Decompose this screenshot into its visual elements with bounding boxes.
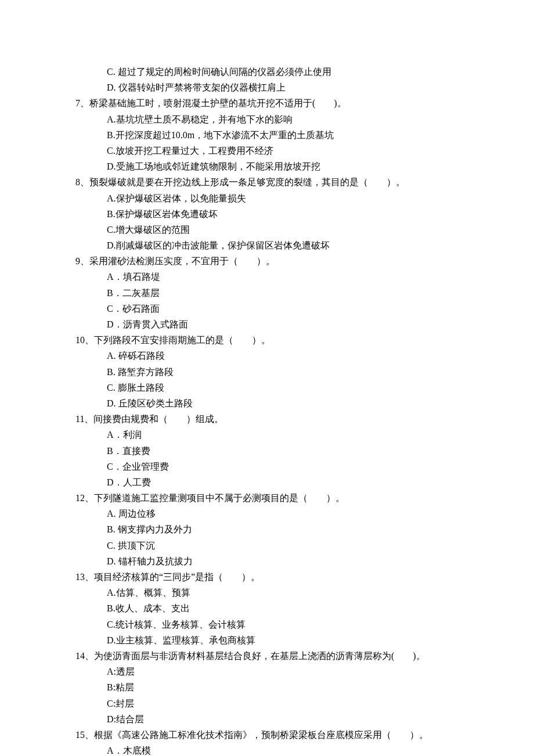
option-c: C．砂石路面	[75, 301, 459, 316]
question-7: 7、桥梁基础施工时，喷射混凝土护壁的基坑开挖不适用于( )。 A.基坑坑壁土质不…	[75, 95, 459, 174]
option-a: A. 周边位移	[75, 506, 459, 521]
option-d: D. 丘陵区砂类土路段	[75, 395, 459, 411]
question-12: 12、下列隧道施工监控量测项目中不属于必测项目的是（ ）。 A. 周边位移 B.…	[75, 490, 459, 569]
question-15: 15、根据《高速公路施工标准化技术指南》，预制桥梁梁板台座底模应采用（ ）。 A…	[75, 727, 459, 756]
option-d: D.业主核算、监理核算、承包商核算	[75, 632, 459, 648]
question-14: 14、为使沥青面层与非沥青材料基层结合良好，在基层上浇洒的沥青薄层称为( )。 …	[75, 648, 459, 727]
option-b: B:粘层	[75, 679, 459, 695]
option-b: B. 路堑弃方路段	[75, 364, 459, 380]
option-a: A.保护爆破区岩体，以免能量损失	[75, 190, 459, 206]
option-c: C. 膨胀土路段	[75, 380, 459, 395]
question-13: 13、项目经济核算的“三同步”是指（ ）。 A.估算、概算、预算 B.收人、成本…	[75, 569, 459, 648]
option-c: C．企业管理费	[75, 459, 459, 474]
option-c: C.统计核算、业务核算、会计核算	[75, 617, 459, 632]
question-stem: 8、预裂爆破就是要在开挖边线上形成一条足够宽度的裂缝，其目的是（ ）。	[75, 174, 459, 190]
question-stem: 13、项目经济核算的“三同步”是指（ ）。	[75, 569, 459, 585]
pre-option-block: C. 超过了规定的周检时间确认间隔的仪器必须停止使用 D. 仪器转站时严禁将带支…	[75, 64, 459, 95]
option-c: C. 拱顶下沉	[75, 538, 459, 553]
option-d: D:结合层	[75, 711, 459, 727]
question-stem: 10、下列路段不宜安排雨期施工的是（ ）。	[75, 332, 459, 348]
option-a: A.估算、概算、预算	[75, 585, 459, 600]
question-11: 11、间接费由规费和（ ）组成。 A．利润 B．直接费 C．企业管理费 D．人工…	[75, 411, 459, 490]
option-b: B.保护爆破区岩体免遭破坏	[75, 206, 459, 222]
option-d: D．沥青贯入式路面	[75, 316, 459, 332]
option-d: D.削减爆破区的冲击波能量，保护保留区岩体免遭破坏	[75, 237, 459, 253]
option-b: B. 钢支撑内力及外力	[75, 521, 459, 537]
question-stem: 14、为使沥青面层与非沥青材料基层结合良好，在基层上浇洒的沥青薄层称为( )。	[75, 648, 459, 664]
option-a: A. 碎砾石路段	[75, 348, 459, 363]
question-stem: 15、根据《高速公路施工标准化技术指南》，预制桥梁梁板台座底模应采用（ ）。	[75, 727, 459, 743]
option-d: D.受施工场地或邻近建筑物限制，不能采用放坡开挖	[75, 159, 459, 174]
option-a: A．填石路堤	[75, 269, 459, 285]
option-c: C.放坡开挖工程量过大，工程费用不经济	[75, 143, 459, 159]
question-stem: 9、采用灌砂法检测压实度，不宜用于（ ）。	[75, 253, 459, 269]
question-9: 9、采用灌砂法检测压实度，不宜用于（ ）。 A．填石路堤 B．二灰基层 C．砂石…	[75, 253, 459, 332]
option-d: D. 仪器转站时严禁将带支架的仪器横扛肩上	[75, 80, 459, 95]
document-page: C. 超过了规定的周检时间确认间隔的仪器必须停止使用 D. 仪器转站时严禁将带支…	[0, 0, 534, 756]
question-8: 8、预裂爆破就是要在开挖边线上形成一条足够宽度的裂缝，其目的是（ ）。 A.保护…	[75, 174, 459, 253]
option-a: A:透层	[75, 664, 459, 679]
option-a: A．木底模	[75, 743, 459, 756]
option-b: B．直接费	[75, 443, 459, 459]
option-d: D．人工费	[75, 474, 459, 490]
option-c: C. 超过了规定的周检时间确认间隔的仪器必须停止使用	[75, 64, 459, 80]
option-a: A.基坑坑壁土质不易稳定，并有地下水的影响	[75, 111, 459, 127]
option-b: B．二灰基层	[75, 285, 459, 301]
option-a: A．利润	[75, 427, 459, 442]
option-b: B.开挖深度超过10.0m，地下水渗流不太严重的土质基坑	[75, 127, 459, 143]
option-c: C:封层	[75, 696, 459, 711]
option-d: D. 锚杆轴力及抗拔力	[75, 553, 459, 569]
question-10: 10、下列路段不宜安排雨期施工的是（ ）。 A. 碎砾石路段 B. 路堑弃方路段…	[75, 332, 459, 411]
option-c: C.增大爆破区的范围	[75, 222, 459, 237]
question-stem: 7、桥梁基础施工时，喷射混凝土护壁的基坑开挖不适用于( )。	[75, 95, 459, 111]
option-b: B.收人、成本、支出	[75, 600, 459, 616]
question-stem: 11、间接费由规费和（ ）组成。	[75, 411, 459, 427]
question-stem: 12、下列隧道施工监控量测项目中不属于必测项目的是（ ）。	[75, 490, 459, 506]
